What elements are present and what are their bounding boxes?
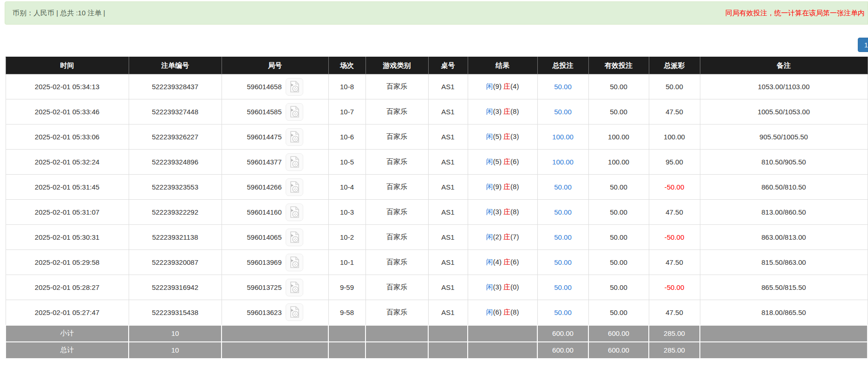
cell-result: 闲(9) 庄(8) — [468, 175, 537, 200]
banker-result-label: 庄 — [503, 157, 510, 165]
video-file-icon — [289, 282, 300, 294]
cell-remark: 863.00/813.00 — [700, 225, 868, 250]
player-result-points: (9) — [493, 183, 502, 190]
cell-payout: 47.50 — [649, 300, 700, 325]
total-bet-link[interactable]: 50.00 — [554, 258, 572, 266]
video-replay-button[interactable] — [286, 303, 303, 321]
cell-total-bet: 50.00 — [537, 275, 588, 300]
cell-result: 闲(9) 庄(4) — [468, 74, 537, 99]
cell-round-id: 596013969 — [222, 250, 328, 275]
round-number: 596014585 — [247, 108, 281, 116]
cell-bet-id: 522239322292 — [129, 200, 222, 225]
total-bet-link[interactable]: 50.00 — [554, 108, 572, 116]
cell-game-type: 百家乐 — [365, 99, 428, 125]
pagination-page-button[interactable]: 1 — [858, 38, 868, 52]
notice-bar: 币别：人民币 | 总共 :10 注单 | 同局有效投注，统一计算在该局第一张注单… — [5, 1, 868, 25]
video-file-icon — [289, 106, 300, 118]
cell-bet-id: 522239321138 — [129, 225, 222, 250]
cell-result: 闲(5) 庄(3) — [468, 125, 537, 150]
cell-total-bet: 50.00 — [537, 175, 588, 200]
cell-game-type: 百家乐 — [365, 150, 428, 175]
settlement-note-text: 同局有效投注，统一计算在该局第一张注单内 — [725, 9, 865, 18]
cell-result: 闲(6) 庄(8) — [468, 300, 537, 325]
betting-records-table: 时间注单编号局号场次游戏类别桌号结果总投注有效投注总派彩备注 2025-02-0… — [5, 57, 868, 359]
total-bet-link[interactable]: 50.00 — [554, 283, 572, 291]
cell-session: 10-6 — [328, 125, 365, 150]
cell-session: 9-59 — [328, 275, 365, 300]
cell-remark: 813.00/860.50 — [700, 200, 868, 225]
video-replay-button[interactable] — [286, 128, 303, 146]
cell-table-no: AS1 — [428, 275, 468, 300]
cell-total-bet: 50.00 — [537, 99, 588, 125]
video-replay-button[interactable] — [286, 279, 303, 296]
column-header: 备注 — [700, 57, 868, 74]
column-header: 游戏类别 — [365, 57, 428, 74]
round-number: 596014377 — [247, 158, 281, 166]
banker-result-points: (8) — [510, 208, 519, 216]
cell-game-type: 百家乐 — [365, 175, 428, 200]
cell-game-type: 百家乐 — [365, 125, 428, 150]
video-file-icon — [289, 206, 300, 218]
banker-result-label: 庄 — [503, 82, 510, 90]
currency-summary-text: 币别：人民币 | 总共 :10 注单 | — [13, 9, 105, 18]
round-number: 596014475 — [247, 133, 281, 141]
cell-remark: 815.50/863.00 — [700, 250, 868, 275]
video-replay-button[interactable] — [286, 254, 303, 271]
cell-time: 2025-02-01 05:30:31 — [6, 225, 129, 250]
video-replay-button[interactable] — [286, 229, 303, 246]
summary-total-bet: 600.00 — [537, 342, 588, 359]
cell-time: 2025-02-01 05:27:47 — [6, 300, 129, 325]
cell-time: 2025-02-01 05:34:13 — [6, 74, 129, 99]
cell-payout: 100.00 — [649, 125, 700, 150]
summary-valid-bet: 600.00 — [588, 342, 649, 359]
cell-time: 2025-02-01 05:28:27 — [6, 275, 129, 300]
cell-time: 2025-02-01 05:29:58 — [6, 250, 129, 275]
total-bet-link[interactable]: 50.00 — [554, 183, 572, 191]
player-result-points: (6) — [493, 308, 502, 316]
video-file-icon — [289, 181, 300, 193]
player-result-label: 闲 — [486, 107, 493, 115]
column-header: 总投注 — [537, 57, 588, 74]
round-number: 596014160 — [247, 208, 281, 216]
video-replay-button[interactable] — [286, 178, 303, 196]
player-result-label: 闲 — [486, 132, 493, 140]
cell-time: 2025-02-01 05:33:46 — [6, 99, 129, 125]
cell-bet-id: 522239320087 — [129, 250, 222, 275]
total-bet-link[interactable]: 100.00 — [552, 158, 574, 166]
video-replay-button[interactable] — [286, 153, 303, 171]
cell-table-no: AS1 — [428, 200, 468, 225]
cell-total-bet: 100.00 — [537, 150, 588, 175]
round-number: 596014658 — [247, 83, 281, 91]
video-file-icon — [289, 81, 300, 93]
summary-count: 10 — [129, 325, 222, 342]
video-replay-button[interactable] — [286, 103, 303, 121]
summary-label: 总计 — [6, 342, 129, 359]
video-replay-button[interactable] — [286, 78, 303, 96]
cell-total-bet: 50.00 — [537, 200, 588, 225]
cell-round-id: 596014377 — [222, 150, 328, 175]
round-number: 596013969 — [247, 258, 281, 266]
player-result-points: (2) — [493, 233, 502, 241]
total-bet-link[interactable]: 50.00 — [554, 83, 572, 91]
banker-result-points: (8) — [510, 183, 519, 190]
column-header: 有效投注 — [588, 57, 649, 74]
cell-bet-id: 522239327448 — [129, 99, 222, 125]
total-bet-link[interactable]: 50.00 — [554, 233, 572, 241]
cell-payout: -50.00 — [649, 225, 700, 250]
video-replay-button[interactable] — [286, 203, 303, 221]
total-bet-link[interactable]: 50.00 — [554, 308, 572, 316]
total-bet-link[interactable]: 100.00 — [552, 133, 574, 141]
column-header: 局号 — [222, 57, 328, 74]
banker-result-points: (3) — [510, 132, 519, 140]
table-header-row: 时间注单编号局号场次游戏类别桌号结果总投注有效投注总派彩备注 — [6, 57, 868, 74]
banker-result-points: (4) — [510, 82, 519, 90]
subtotal-row: 小计 10 600.00 600.00 285.00 — [6, 325, 868, 342]
table-row: 2025-02-01 05:34:13 522239328437 5960146… — [6, 74, 868, 99]
cell-game-type: 百家乐 — [365, 250, 428, 275]
column-header: 注单编号 — [129, 57, 222, 74]
cell-table-no: AS1 — [428, 250, 468, 275]
total-bet-link[interactable]: 50.00 — [554, 208, 572, 216]
cell-bet-id: 522239326227 — [129, 125, 222, 150]
cell-total-bet: 50.00 — [537, 250, 588, 275]
table-row: 2025-02-01 05:32:24 522239324896 5960143… — [6, 150, 868, 175]
